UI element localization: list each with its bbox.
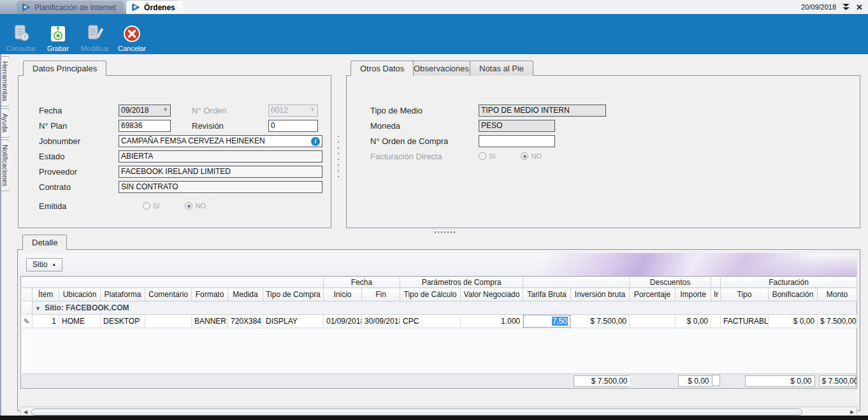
mdi-tab-strip: Planificación de Internet Órdenes 20/09/… [0, 0, 868, 14]
cell-valor-negociado[interactable]: 1.000 [461, 315, 523, 328]
column-header-tarifa-bruta[interactable]: Tarifa Bruta [523, 288, 571, 301]
column-header-valor-negociado[interactable]: Valor Negociado [461, 288, 523, 301]
contrato-field: SIN CONTRATO [119, 181, 322, 193]
collapse-triangle-icon[interactable]: ▼ [35, 305, 41, 312]
group-by-sitio-chip[interactable]: Sitio ▲ [26, 258, 62, 272]
proveedor-label: Proveedor [39, 167, 119, 177]
cell-item[interactable]: 1 [33, 315, 59, 328]
document-search-icon: ? [11, 24, 31, 44]
total-inversion-bruta: $ 7.500,00 [574, 375, 630, 387]
cell-monto[interactable]: $ 7.500,00 [818, 315, 857, 328]
column-header-bonificacion[interactable]: Bonificación [769, 288, 818, 301]
emitida-no-radio [185, 202, 192, 210]
cell-medida[interactable]: 720X384 [228, 315, 263, 328]
band-descuentos[interactable]: Descuentos [630, 277, 711, 288]
cell-ir[interactable] [711, 315, 721, 328]
scroll-right-arrow[interactable]: ▶ [848, 409, 857, 415]
emitida-label: Emitida [39, 201, 119, 211]
consultar-button[interactable]: ? Consultar [3, 14, 40, 54]
scrollbar-thumb[interactable] [31, 409, 802, 416]
tipo-de-medio-label: Tipo de Medio [370, 106, 479, 115]
tab-observaciones[interactable]: Observaciones [404, 61, 479, 76]
tab-otros-datos[interactable]: Otros Datos [351, 61, 414, 76]
tab-detalle[interactable]: Detalle [22, 235, 67, 250]
cell-tarifa-bruta-editor[interactable]: 7,50 [523, 315, 571, 328]
tab-planificacion-de-internet[interactable]: Planificación de Internet [17, 1, 124, 14]
column-header-tipo[interactable]: Tipo [721, 288, 769, 301]
n-plan-label: N° Plan [39, 121, 119, 131]
column-header-inicio[interactable]: Inicio [324, 288, 362, 301]
mdi-tab-label: Órdenes [144, 3, 175, 12]
column-header-ir[interactable]: Ir [711, 288, 721, 301]
fecha-combobox[interactable]: 09/2018▼ [119, 105, 171, 117]
si-label: SI [153, 202, 159, 210]
tab-ordenes[interactable]: Órdenes [126, 1, 183, 14]
column-header-importe[interactable]: Importe [676, 288, 711, 301]
band-fecha[interactable]: Fecha [324, 277, 400, 288]
band-parametros-de-compra[interactable]: Parámetros de Compra [400, 277, 523, 288]
info-icon[interactable]: i [311, 137, 320, 146]
cancel-icon [122, 24, 142, 44]
cell-tipo-de-compra[interactable]: DISPLAY [263, 315, 324, 328]
band-facturacion[interactable]: Facturación [721, 277, 857, 288]
grid-band-row: Fecha Parámetros de Compra Descuentos Fa… [21, 277, 857, 288]
grabar-button[interactable]: Grabar [40, 14, 76, 54]
column-header-fin[interactable]: Fin [362, 288, 400, 301]
column-header-comentario[interactable]: Comentario [145, 288, 192, 301]
total-monto: $ 7.500,00 [819, 375, 856, 387]
cell-formato[interactable]: BANNER [192, 315, 228, 328]
cell-bonificacion[interactable]: $ 0,00 [769, 315, 818, 328]
n-orden-de-compra-input[interactable] [479, 135, 555, 147]
cell-fin[interactable]: 30/09/2018 [362, 315, 400, 328]
contrato-label: Contrato [39, 182, 119, 192]
column-header-tipo-de-calculo[interactable]: Tipo de Cálculo [400, 288, 461, 301]
revision-field[interactable]: 0 [268, 120, 318, 132]
content-area: Datos Principales Fecha 09/2018▼ N° Orde… [9, 54, 868, 416]
tab-datos-principales[interactable]: Datos Principales [23, 61, 106, 76]
column-header-tipo-de-compra[interactable]: Tipo de Compra [263, 288, 324, 301]
horizontal-splitter[interactable] [435, 231, 460, 234]
column-header-monto[interactable]: Monto [818, 288, 857, 301]
fecha-label: Fecha [39, 106, 119, 115]
svg-text:?: ? [23, 34, 27, 40]
no-label: NO [195, 202, 206, 210]
cell-tipo[interactable]: FACTURABLE [721, 315, 769, 328]
scroll-left-arrow[interactable]: ◀ [21, 409, 30, 415]
editing-pencil-icon: ✎ [24, 317, 29, 325]
column-header-porcentaje[interactable]: Porcentaje [630, 288, 676, 301]
vertical-splitter[interactable] [336, 136, 340, 180]
cell-tipo-de-calculo[interactable]: CPC [400, 315, 461, 328]
chevron-down-icon: ▼ [163, 107, 168, 113]
tab-notas-al-pie[interactable]: Notas al Pie [470, 61, 533, 76]
chevron-double-down-icon[interactable] [842, 3, 850, 11]
mdi-tabs-zone: Planificación de Internet Órdenes [0, 0, 178, 14]
grid-data-row[interactable]: ✎ 1 HOME DESKTOP BANNER 720X384 DISPLAY … [21, 315, 857, 328]
grid-group-row[interactable]: ▼Sitio: FACEBOOK.COM [21, 301, 857, 315]
window-bottom-edge [0, 416, 868, 420]
facturacion-directa-no-radio [521, 152, 528, 160]
group-row-label: Sitio: FACEBOOK.COM [45, 303, 129, 312]
cell-porcentaje[interactable] [630, 315, 676, 328]
cell-comentario[interactable] [145, 315, 192, 328]
cell-ubicacion[interactable]: HOME [59, 315, 101, 328]
cancelar-button[interactable]: Cancelar [113, 14, 150, 54]
cell-plataforma[interactable]: DESKTOP [101, 315, 145, 328]
column-header-formato[interactable]: Formato [192, 288, 228, 301]
modificar-button[interactable]: Modificar [76, 14, 113, 54]
cell-importe[interactable]: $ 0,00 [676, 315, 711, 328]
close-icon[interactable]: ✕ [856, 3, 863, 11]
column-header-medida[interactable]: Medida [228, 288, 263, 301]
column-header-inversion-bruta[interactable]: Inversión bruta [571, 288, 630, 301]
grid-group-panel: Sitio ▲ [20, 253, 857, 276]
jobnumber-field[interactable]: CAMPAÑA FEMSA CERVEZA HEINEKEN i [119, 135, 322, 147]
column-header-item[interactable]: Ítem [33, 288, 59, 301]
document-pencil-icon [85, 24, 105, 44]
otros-datos-panel: Tipo de Medio TIPO DE MEDIO INTERN Moned… [346, 75, 860, 228]
cell-inversion-bruta[interactable]: $ 7.500,00 [571, 315, 630, 328]
n-plan-field[interactable]: 69836 [119, 120, 171, 132]
chevron-down-icon: ▼ [310, 107, 315, 113]
column-header-ubicacion[interactable]: Ubicación [59, 288, 101, 301]
facturacion-directa-si-radio [479, 152, 486, 160]
column-header-plataforma[interactable]: Plataforma [101, 288, 145, 301]
cell-inicio[interactable]: 01/09/2018 [324, 315, 362, 328]
